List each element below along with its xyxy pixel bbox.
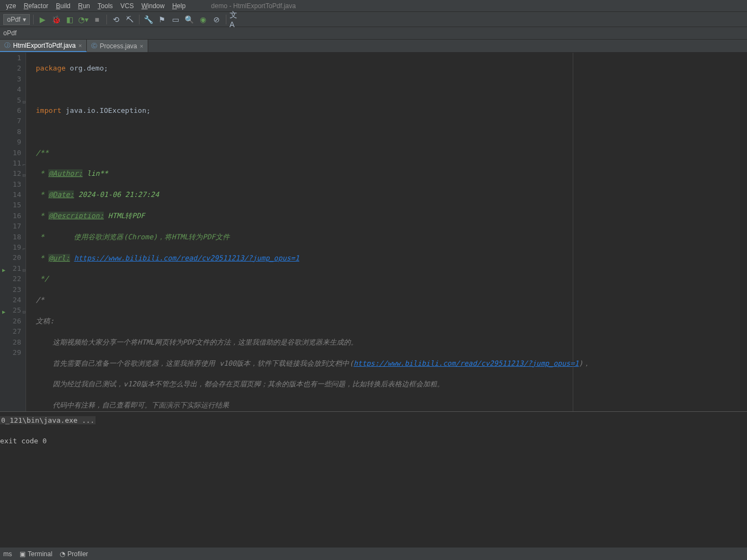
run-config-dropdown[interactable]: oPdf▾ — [3, 14, 30, 25]
status-terminal[interactable]: ▣Terminal — [20, 550, 52, 558]
window-title: demo - HtmlExportToPdf.java — [211, 2, 296, 10]
menu-refactor[interactable]: Refactor — [20, 1, 52, 11]
wrench-icon[interactable]: 🔧 — [143, 14, 155, 26]
status-profiler[interactable]: ◔Profiler — [60, 550, 88, 558]
menu-bar: yze Refactor Build Run Tools VCS Window … — [0, 0, 747, 12]
close-icon[interactable]: × — [140, 43, 143, 49]
separator — [33, 15, 34, 24]
java-file-icon: Ⓙ — [4, 41, 10, 49]
translate-icon[interactable]: 文A — [230, 14, 242, 26]
separator — [106, 15, 107, 24]
right-margin-line — [573, 53, 573, 411]
menu-vcs[interactable]: VCS — [117, 1, 138, 11]
avatar-icon[interactable]: ◉ — [197, 14, 209, 26]
profile-icon[interactable]: ◔▾ — [78, 14, 90, 26]
separator — [226, 15, 226, 24]
tab-label: Process.java — [100, 42, 137, 50]
separator — [139, 15, 140, 24]
command-line: 0_121\bin\java.exe ... — [0, 416, 96, 424]
sync-icon[interactable]: ⟲ — [110, 14, 122, 26]
forbid-icon[interactable]: ⊘ — [211, 14, 223, 26]
layout-icon[interactable]: ▭ — [170, 14, 182, 26]
menu-run[interactable]: Run — [74, 1, 94, 11]
editor[interactable]: 1 2 3 4 5⊟ 6 7 8 9 10 11⌐ 12⊟ 13 14 15 1… — [0, 53, 747, 411]
terminal-icon: ▣ — [20, 550, 26, 558]
menu-build[interactable]: Build — [52, 1, 74, 11]
tab-htmlexporttopdf[interactable]: Ⓙ HtmlExportToPdf.java × — [0, 40, 87, 52]
run-icon[interactable]: ▶ — [37, 14, 49, 26]
tab-label: HtmlExportToPdf.java — [13, 42, 75, 49]
status-ms[interactable]: ms — [3, 550, 12, 558]
menu-window[interactable]: Window — [137, 1, 168, 11]
tab-process[interactable]: Ⓒ Process.java × — [87, 40, 148, 52]
search-icon[interactable]: 🔍 — [183, 14, 195, 26]
debug-icon[interactable]: 🐞 — [50, 14, 62, 26]
coverage-icon[interactable]: ◧ — [64, 14, 76, 26]
editor-tabs: Ⓙ HtmlExportToPdf.java × Ⓒ Process.java … — [0, 40, 747, 53]
menu-tools[interactable]: Tools — [94, 1, 117, 11]
profiler-icon: ◔ — [60, 550, 65, 558]
build-icon[interactable]: ⛏ — [124, 14, 136, 26]
flag-icon[interactable]: ⚑ — [156, 14, 168, 26]
run-console[interactable]: 0_121\bin\java.exe ... exit code 0 — [0, 411, 747, 547]
gutter[interactable]: 1 2 3 4 5⊟ 6 7 8 9 10 11⌐ 12⊟ 13 14 15 1… — [0, 53, 26, 411]
menu-analyze[interactable]: yze — [2, 1, 20, 11]
close-icon[interactable]: × — [78, 42, 81, 49]
code-area[interactable]: package org.demo; import java.io.IOExcep… — [26, 53, 747, 411]
menu-help[interactable]: Help — [168, 1, 189, 11]
breadcrumb[interactable]: oPdf — [0, 27, 747, 40]
exit-code: exit code 0 — [0, 436, 747, 446]
status-bar: ms ▣Terminal ◔Profiler — [0, 547, 747, 560]
toolbar: oPdf▾ ▶ 🐞 ◧ ◔▾ ■ ⟲ ⛏ 🔧 ⚑ ▭ 🔍 ◉ ⊘ 文A — [0, 12, 747, 27]
java-class-icon: Ⓒ — [91, 42, 97, 50]
stop-icon[interactable]: ■ — [91, 14, 103, 26]
